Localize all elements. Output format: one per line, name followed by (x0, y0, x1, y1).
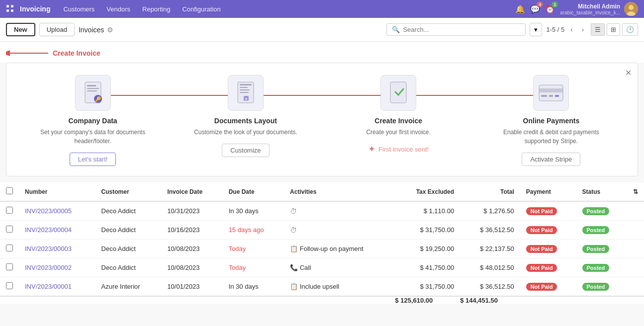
sent-icon: ✦ (368, 144, 375, 155)
svg-rect-12 (87, 90, 97, 91)
table-row: INV/2023/00001 Azure Interior 10/01/2023… (0, 277, 644, 297)
nav-vendors[interactable]: Vendors (101, 2, 135, 16)
col-number[interactable]: Number (19, 182, 95, 201)
svg-rect-2 (6, 9, 9, 12)
payment-status: Not Paid (520, 258, 576, 277)
tax-excluded: $ 19,250.00 (395, 240, 460, 258)
notification-icon[interactable]: 🔔 (515, 4, 525, 14)
search-input[interactable] (403, 26, 520, 33)
avatar[interactable] (624, 2, 638, 16)
nav-customers[interactable]: Customers (58, 2, 99, 16)
invoice-date: 10/16/2023 (161, 221, 222, 240)
pagination: 1-5 / 5 ‹ › (546, 24, 587, 35)
pagination-text: 1-5 / 5 (546, 26, 564, 33)
nav-configuration[interactable]: Configuration (177, 2, 225, 16)
step-1-desc: Set your company's data for documents he… (38, 128, 148, 146)
activity-view-button[interactable]: 🕐 (622, 23, 638, 36)
search-box: 🔍 (386, 23, 526, 36)
svg-rect-10 (87, 85, 96, 86)
step-2-desc: Customize the look of your documents. (194, 128, 297, 137)
activity: ⏱ (284, 201, 395, 221)
table-header-row: Number Customer Invoice Date Due Date Ac… (0, 182, 644, 201)
payment-status: Not Paid (520, 240, 576, 258)
page-next[interactable]: › (579, 24, 587, 35)
tax-excluded: $ 31,750.00 (395, 221, 460, 240)
invoices-table-container: Number Customer Invoice Date Due Date Ac… (0, 182, 644, 304)
invoice-number[interactable]: INV/2023/00001 (25, 283, 72, 290)
svg-rect-26 (549, 95, 553, 97)
svg-rect-16 (240, 84, 252, 85)
svg-text:$: $ (245, 97, 248, 101)
col-settings[interactable]: ⇅ (627, 182, 644, 201)
new-button[interactable]: New (6, 23, 35, 36)
svg-rect-0 (6, 5, 9, 7)
row-checkbox[interactable] (6, 207, 13, 214)
list-view-button[interactable]: ☰ (591, 23, 605, 36)
col-invoice-date[interactable]: Invoice Date (161, 182, 222, 201)
tax-excluded: $ 1,110.00 (395, 201, 460, 221)
toolbar-title: Invoices ⚙ (79, 26, 113, 34)
nav-reporting[interactable]: Reporting (137, 2, 175, 16)
payment-status: Not Paid (520, 221, 576, 240)
invoice-number[interactable]: INV/2023/00002 (25, 264, 72, 271)
col-total[interactable]: Total (460, 182, 520, 201)
svg-rect-18 (240, 89, 250, 90)
customer-name: Deco Addict (95, 240, 162, 258)
tax-excluded: $ 41,750.00 (395, 258, 460, 277)
row-checkbox[interactable] (6, 226, 13, 233)
status-badge: Posted (576, 240, 627, 258)
step-1-title: Company Data (69, 117, 117, 125)
kanban-view-button[interactable]: ⊞ (607, 23, 620, 36)
table-row: INV/2023/00004 Deco Addict 10/16/2023 15… (0, 221, 644, 240)
svg-rect-25 (541, 95, 547, 97)
activity: 📋 Include upsell (284, 277, 395, 297)
step-1-button[interactable]: Let's start! (70, 153, 116, 166)
step-documents-layout: $ Documents Layout Customize the look of… (191, 75, 300, 157)
activity-clock-icon: ⏱ (290, 226, 297, 234)
upload-button[interactable]: Upload (39, 23, 75, 36)
page-title: Invoices (79, 26, 104, 34)
activity: 📋 Follow-up on payment (284, 240, 395, 258)
svg-rect-11 (87, 88, 99, 89)
user-info: Mitchell Admin arabic_taxable_invoice_k.… (560, 3, 620, 15)
clock-icon[interactable]: ⏰ 1 (545, 4, 555, 14)
step-3-desc: Create your first invoice. (366, 128, 430, 137)
step-4-title: Online Payments (523, 117, 580, 125)
arrow-svg (6, 46, 51, 61)
row-checkbox[interactable] (6, 282, 13, 289)
gear-icon[interactable]: ⚙ (107, 26, 113, 34)
clock-badge: 1 (552, 1, 558, 7)
app-brand: Invoicing (20, 5, 50, 13)
total-amount: $ 36,512.50 (460, 277, 520, 297)
chat-icon[interactable]: 💬 4 (530, 4, 540, 14)
customer-name: Deco Addict (95, 201, 162, 221)
col-due-date[interactable]: Due Date (223, 182, 284, 201)
user-profile[interactable]: Mitchell Admin arabic_taxable_invoice_k.… (560, 2, 638, 16)
step-4-desc: Enable credit & debit card payments supp… (496, 128, 606, 146)
status-badge: Posted (576, 277, 627, 297)
invoice-number[interactable]: INV/2023/00003 (25, 245, 72, 252)
toolbar: New Upload Invoices ⚙ 🔍 ▾ 1-5 / 5 ‹ › ☰ … (0, 18, 644, 42)
payment-status: Not Paid (520, 201, 576, 221)
step-4-button[interactable]: Activate Stripe (522, 153, 580, 166)
col-tax-excluded[interactable]: Tax Excluded (395, 182, 460, 201)
row-checkbox[interactable] (6, 244, 13, 251)
grid-icon[interactable] (6, 4, 14, 14)
total-tax-excluded: $ 125,610.00 (395, 296, 460, 304)
row-checkbox[interactable] (6, 263, 13, 270)
page-prev[interactable]: ‹ (567, 24, 575, 35)
col-customer[interactable]: Customer (95, 182, 162, 201)
select-all-checkbox[interactable] (6, 187, 13, 194)
status-badge: Posted (576, 201, 627, 221)
invoice-number[interactable]: INV/2023/00005 (25, 207, 72, 215)
nav-right-area: 🔔 💬 4 ⏰ 1 Mitchell Admin arabic_taxable_… (515, 2, 638, 16)
invoice-number[interactable]: INV/2023/00004 (25, 226, 72, 234)
col-activities: Activities (284, 182, 395, 201)
row-options (627, 240, 644, 258)
search-dropdown[interactable]: ▾ (530, 23, 542, 36)
step-2-button[interactable]: Customize (222, 144, 269, 157)
svg-rect-17 (240, 87, 248, 88)
row-options (627, 201, 644, 221)
company-data-icon: 🔑 (75, 75, 111, 111)
activity: 📞 Call (284, 258, 395, 277)
